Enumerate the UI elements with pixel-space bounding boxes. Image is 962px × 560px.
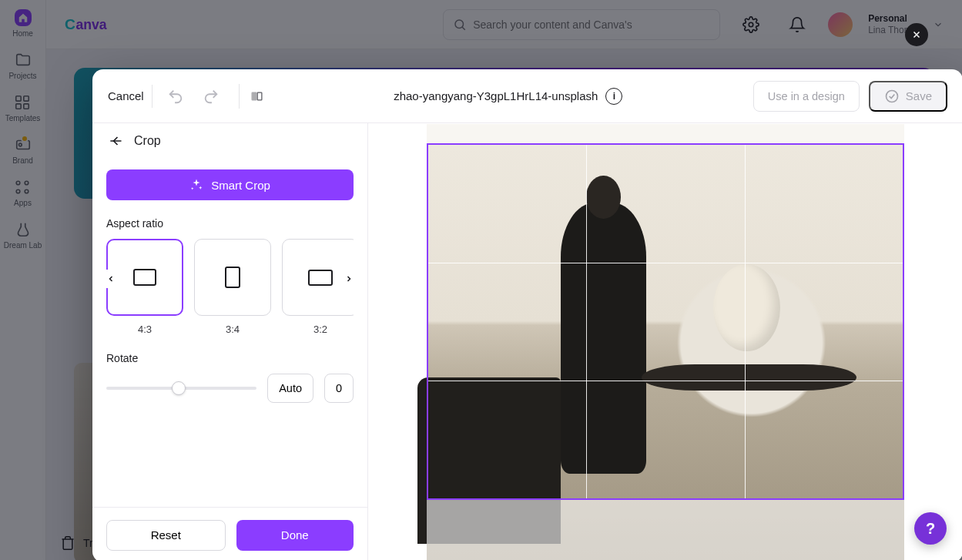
undo-button[interactable]: [163, 84, 188, 109]
crop-mask-top: [427, 124, 904, 143]
done-button[interactable]: Done: [236, 520, 354, 551]
close-icon: [911, 29, 922, 40]
ratio-3-4[interactable]: 3:4: [194, 239, 271, 335]
filename-text[interactable]: zhao-yangyang-Y3gpL1HrL14-unsplash: [394, 89, 598, 102]
svg-rect-14: [252, 92, 256, 100]
panel-header: Crop: [92, 123, 367, 159]
smart-crop-label: Smart Crop: [211, 179, 270, 192]
smart-crop-button[interactable]: Smart Crop: [106, 169, 354, 200]
chevron-right-icon: [344, 274, 354, 283]
panel-title: Crop: [134, 134, 161, 148]
slider-thumb[interactable]: [172, 381, 186, 395]
help-button[interactable]: ?: [914, 512, 947, 545]
compare-icon: [250, 88, 263, 105]
ratio-next[interactable]: [341, 270, 354, 288]
aspect-ratio-options: 4:3 3:4 3:2: [106, 239, 354, 335]
aspect-ratio-label: Aspect ratio: [106, 217, 354, 230]
modal-body: Crop Smart Crop Aspect ratio 4: [92, 123, 962, 560]
file-title: zhao-yangyang-Y3gpL1HrL14-unsplash i: [394, 88, 622, 105]
ratio-label: 3:2: [313, 324, 327, 335]
cancel-button[interactable]: Cancel: [108, 85, 153, 108]
image-stage[interactable]: [427, 124, 904, 560]
back-arrow-icon[interactable]: [108, 133, 123, 149]
ratio-label: 3:4: [226, 324, 240, 335]
info-icon[interactable]: i: [605, 88, 622, 105]
chevron-left-icon: [106, 274, 116, 283]
crop-modal: Cancel zhao-yangyang-Y3gpL1HrL14-unsplas…: [92, 69, 962, 560]
rotate-label: Rotate: [106, 352, 354, 364]
reset-button[interactable]: Reset: [106, 520, 226, 551]
crop-panel: Crop Smart Crop Aspect ratio 4: [92, 123, 368, 560]
panel-footer: Reset Done: [92, 507, 367, 560]
check-circle-icon: [884, 89, 900, 104]
redo-icon: [203, 88, 220, 105]
undo-icon: [167, 88, 184, 105]
source-image: [427, 124, 904, 560]
sparkle-icon: [189, 178, 203, 192]
svg-point-16: [886, 90, 897, 102]
use-in-design-button[interactable]: Use in a design: [753, 81, 860, 112]
crop-canvas: [368, 123, 962, 560]
compare-button[interactable]: [239, 84, 263, 109]
rotate-controls: Auto: [106, 374, 354, 403]
ratio-label: 4:3: [138, 324, 152, 335]
rotate-value-input[interactable]: [324, 374, 354, 403]
rotate-slider[interactable]: [106, 387, 256, 390]
save-button[interactable]: Save: [869, 81, 947, 112]
modal-header: Cancel zhao-yangyang-Y3gpL1HrL14-unsplas…: [92, 69, 962, 123]
redo-button[interactable]: [199, 84, 223, 109]
close-modal-button[interactable]: [905, 23, 928, 46]
rotate-auto-button[interactable]: Auto: [267, 374, 313, 403]
crop-mask-bottom: [427, 500, 904, 560]
save-label: Save: [906, 89, 932, 102]
ratio-prev[interactable]: [106, 270, 119, 288]
svg-rect-15: [257, 92, 262, 100]
